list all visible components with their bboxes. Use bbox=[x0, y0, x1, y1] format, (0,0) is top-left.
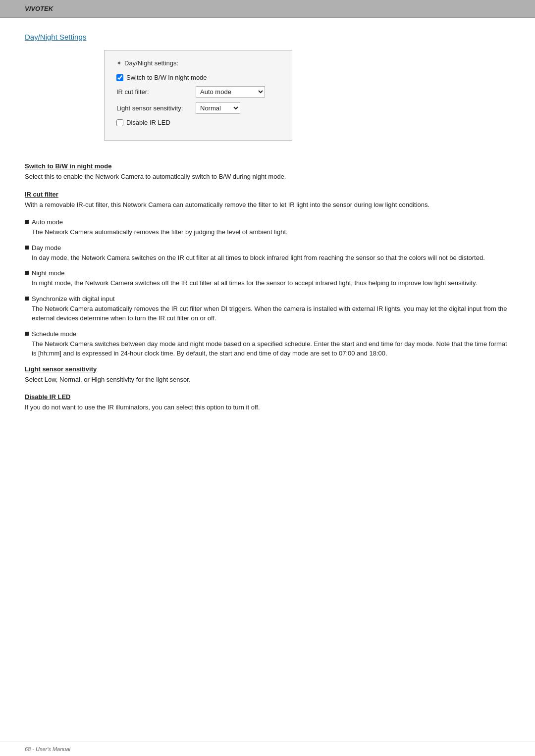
page: VIVOTEK Day/Night Settings ✦ Day/Night s… bbox=[0, 0, 535, 756]
ir-cut-filter-row: IR cut filter: Auto mode Day mode Night … bbox=[116, 86, 280, 98]
disable-ir-checkbox[interactable] bbox=[116, 119, 123, 126]
bullet-square-icon bbox=[25, 271, 29, 275]
footer-label: 68 - User's Manual bbox=[25, 746, 70, 752]
bullet-day-mode: Day mode In day mode, the Network Camera… bbox=[25, 244, 510, 263]
bullet-night-mode: Night mode In night mode, the Network Ca… bbox=[25, 269, 510, 288]
page-title-link[interactable]: Day/Night Settings bbox=[25, 33, 86, 41]
section-disable-ir: Disable IR LED If you do not want to use… bbox=[25, 393, 510, 412]
section-ir-cut-filter: IR cut filter With a removable IR-cut fi… bbox=[25, 191, 510, 210]
bullet-square-icon bbox=[25, 297, 29, 301]
content-area: Day/Night Settings ✦ Day/Night settings:… bbox=[0, 18, 535, 742]
bullet-day-body: In day mode, the Network Camera switches… bbox=[32, 253, 510, 263]
bullet-night-title: Night mode bbox=[25, 269, 510, 277]
bullet-schedule-body: The Network Camera switches between day … bbox=[32, 339, 510, 358]
disable-ir-heading: Disable IR LED bbox=[25, 393, 510, 401]
section-ir-body: With a removable IR-cut filter, this Net… bbox=[25, 200, 510, 210]
bullet-square-icon bbox=[25, 246, 29, 250]
bullet-auto-body: The Network Camera automatically removes… bbox=[32, 227, 510, 237]
bullet-schedule-title: Schedule mode bbox=[25, 330, 510, 338]
section-switch-bw-body: Select this to enable the Network Camera… bbox=[25, 172, 510, 182]
gear-icon: ✦ bbox=[116, 59, 122, 67]
light-sensor-label: Light sensor sensitivity: bbox=[116, 104, 196, 112]
bullet-sync-title: Synchronize with digital input bbox=[25, 295, 510, 302]
bullet-auto-title: Auto mode bbox=[25, 218, 510, 226]
bullet-sync-digital: Synchronize with digital input The Netwo… bbox=[25, 295, 510, 323]
switch-bw-label: Switch to B/W in night mode bbox=[126, 74, 207, 81]
section-switch-bw-heading: Switch to B/W in night mode bbox=[25, 162, 510, 170]
bullet-auto-mode: Auto mode The Network Camera automatical… bbox=[25, 218, 510, 237]
header: VIVOTEK bbox=[0, 0, 535, 18]
section-switch-bw: Switch to B/W in night mode Select this … bbox=[25, 162, 510, 182]
bullet-square-icon bbox=[25, 220, 29, 224]
bullet-day-title: Day mode bbox=[25, 244, 510, 252]
section-light-sensor: Light sensor sensitivity Select Low, Nor… bbox=[25, 365, 510, 385]
bullet-sync-body: The Network Camera automatically removes… bbox=[32, 304, 510, 323]
settings-panel-title: ✦ Day/Night settings: bbox=[116, 59, 280, 67]
switch-bw-checkbox[interactable] bbox=[116, 74, 123, 81]
light-sensor-body: Select Low, Normal, or High sensitivity … bbox=[25, 375, 510, 385]
light-sensor-select[interactable]: Low Normal High bbox=[196, 102, 240, 114]
ir-cut-filter-select[interactable]: Auto mode Day mode Night mode Synchroniz… bbox=[196, 86, 265, 98]
bullet-night-body: In night mode, the Network Camera switch… bbox=[32, 278, 510, 288]
bullet-square-icon bbox=[25, 332, 29, 336]
footer: 68 - User's Manual bbox=[0, 742, 535, 756]
disable-ir-body: If you do not want to use the IR illumin… bbox=[25, 403, 510, 412]
section-ir-heading: IR cut filter bbox=[25, 191, 510, 198]
brand-label: VIVOTEK bbox=[25, 5, 53, 12]
ir-cut-filter-label: IR cut filter: bbox=[116, 88, 196, 96]
light-sensor-heading: Light sensor sensitivity bbox=[25, 365, 510, 373]
bullet-schedule-mode: Schedule mode The Network Camera switche… bbox=[25, 330, 510, 358]
settings-panel: ✦ Day/Night settings: Switch to B/W in n… bbox=[104, 50, 292, 141]
switch-bw-row: Switch to B/W in night mode bbox=[116, 74, 280, 81]
light-sensor-row: Light sensor sensitivity: Low Normal Hig… bbox=[116, 102, 280, 114]
disable-ir-row: Disable IR LED bbox=[116, 119, 280, 126]
disable-ir-label: Disable IR LED bbox=[126, 119, 170, 126]
